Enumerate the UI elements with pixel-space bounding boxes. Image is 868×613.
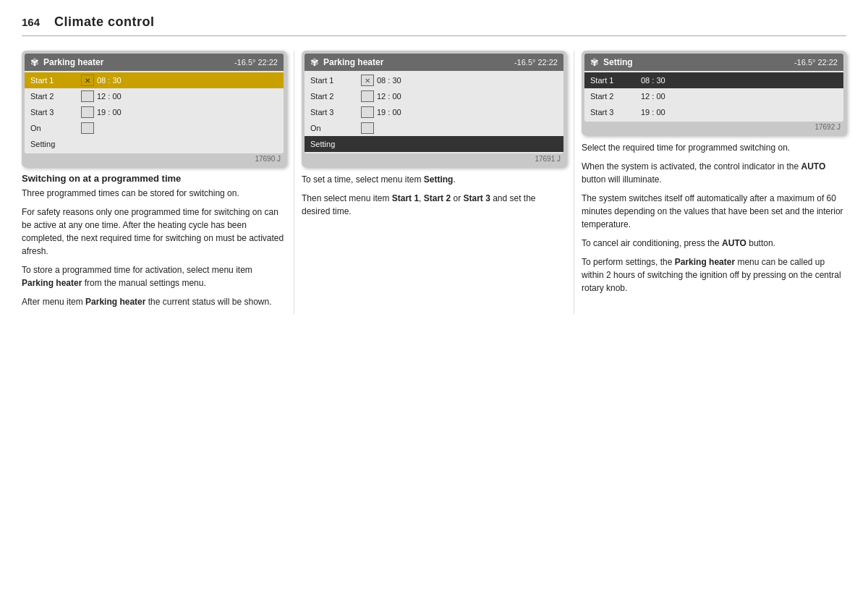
menu-row-setting-s1[interactable]: Setting [25, 136, 284, 152]
menu-row-setting-s2[interactable]: Setting [305, 136, 563, 152]
screen-header-3: ✾ Setting -16.5° 22:22 [584, 54, 843, 71]
screen-inner-2: ✾ Parking heater -16.5° 22:22 Start 1 ✕ … [305, 54, 563, 153]
screen-menu-1: Start 1 ✕ 08 : 30 Start 2 12 : 00 Start … [25, 71, 284, 153]
para-3-4: To cancel air conditioning, press the AU… [582, 237, 846, 250]
snowflake-icon-2: ✾ [310, 56, 319, 68]
screen-header-1: ✾ Parking heater -16.5° 22:22 [25, 54, 284, 71]
para-3-1: Select the required time for programmed … [582, 141, 846, 154]
snowflake-icon-1: ✾ [30, 56, 39, 68]
menu-row-start1-s2[interactable]: Start 1 ✕ 08 : 30 [305, 72, 563, 88]
menu-row-start3-s1[interactable]: Start 3 19 : 00 [25, 104, 284, 120]
para-1-2: For safety reasons only one programmed t… [22, 206, 286, 258]
para-2-1: To set a time, select menu item Setting. [302, 173, 566, 186]
screen-title-1: Parking heater [43, 57, 230, 67]
column-1: ✾ Parking heater -16.5° 22:22 Start 1 ✕ … [22, 51, 294, 314]
column-2: ✾ Parking heater -16.5° 22:22 Start 1 ✕ … [294, 51, 574, 314]
section-heading-1: Switching on at a programmed time [22, 173, 286, 184]
screen-title-3: Setting [603, 57, 790, 67]
para-1-4: After menu item Parking heater the curre… [22, 295, 286, 308]
screen-info-3: -16.5° 22:22 [794, 58, 838, 67]
para-3-3: The system switches itself off automatic… [582, 192, 846, 231]
screen-info-2: -16.5° 22:22 [514, 58, 558, 67]
para-3-2: When the system is activated, the contro… [582, 160, 846, 186]
screen-mockup-1: ✾ Parking heater -16.5° 22:22 Start 1 ✕ … [22, 51, 286, 167]
screen-inner-3: ✾ Setting -16.5° 22:22 Start 1 08 : 30 S… [584, 54, 843, 122]
para-2-2: Then select menu item Start 1, Start 2 o… [302, 192, 566, 218]
menu-row-on-s2[interactable]: On [305, 120, 563, 136]
para-1-3: To store a programmed time for activatio… [22, 263, 286, 289]
screen-info-1: -16.5° 22:22 [234, 58, 278, 67]
snowflake-icon-3: ✾ [590, 56, 599, 68]
screen-menu-2: Start 1 ✕ 08 : 30 Start 2 12 : 00 Start … [305, 71, 563, 153]
screen-menu-3: Start 1 08 : 30 Start 2 12 : 00 Start 3 … [584, 71, 843, 122]
para-3-5: To perform settings, the Parking heater … [582, 255, 846, 295]
page-title: Climate control [54, 14, 155, 30]
image-number-1: 17690 J [25, 153, 284, 164]
menu-row-on-s1[interactable]: On [25, 120, 284, 136]
page-number: 164 [22, 16, 40, 28]
page-header: 164 Climate control [22, 14, 846, 36]
image-number-2: 17691 J [305, 153, 563, 164]
menu-row-start2-s1[interactable]: Start 2 12 : 00 [25, 88, 284, 104]
para-1-1: Three programmed times can be stored for… [22, 187, 286, 200]
menu-row-start1-s3[interactable]: Start 1 08 : 30 [584, 72, 843, 88]
menu-row-start1-s1[interactable]: Start 1 ✕ 08 : 30 [25, 72, 284, 88]
screen-mockup-2: ✾ Parking heater -16.5° 22:22 Start 1 ✕ … [302, 51, 566, 167]
menu-row-start2-s2[interactable]: Start 2 12 : 00 [305, 88, 563, 104]
column-3: ✾ Setting -16.5° 22:22 Start 1 08 : 30 S… [574, 51, 846, 314]
screen-inner-1: ✾ Parking heater -16.5° 22:22 Start 1 ✕ … [25, 54, 284, 153]
menu-row-start2-s3[interactable]: Start 2 12 : 00 [584, 88, 843, 104]
image-number-3: 17692 J [584, 122, 843, 132]
screen-title-2: Parking heater [323, 57, 510, 67]
menu-row-start3-s2[interactable]: Start 3 19 : 00 [305, 104, 563, 120]
content-area: ✾ Parking heater -16.5° 22:22 Start 1 ✕ … [22, 51, 846, 314]
menu-row-start3-s3[interactable]: Start 3 19 : 00 [584, 104, 843, 120]
screen-mockup-3: ✾ Setting -16.5° 22:22 Start 1 08 : 30 S… [582, 51, 846, 135]
screen-header-2: ✾ Parking heater -16.5° 22:22 [305, 54, 563, 71]
